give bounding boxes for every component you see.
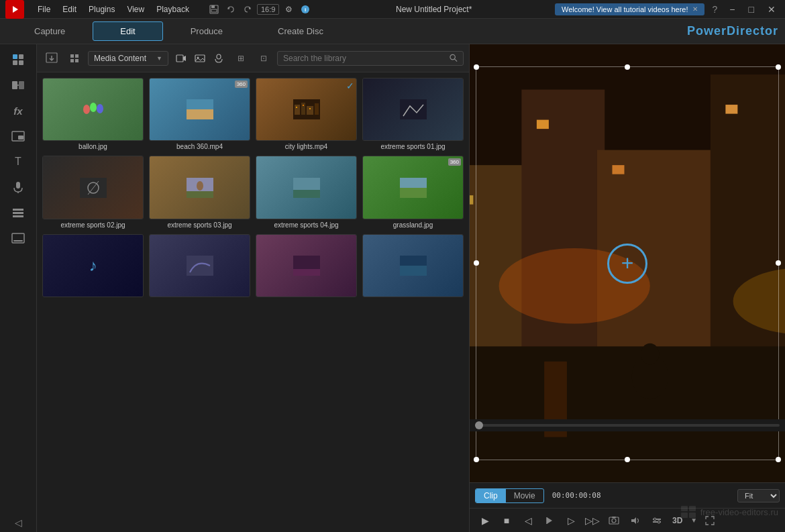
svg-marker-32 <box>183 56 186 61</box>
media-item[interactable]: ballon.jpg <box>42 78 144 150</box>
svg-rect-31 <box>176 55 183 62</box>
settings-icon[interactable]: ⚙ <box>281 2 296 17</box>
save-icon[interactable] <box>207 2 221 17</box>
step-back-button[interactable]: ◁ <box>519 512 537 529</box>
menu-playback[interactable]: Playback <box>151 3 195 15</box>
sidebar-subtitle-icon[interactable] <box>5 226 32 250</box>
sidebar-pip-icon[interactable] <box>5 124 32 148</box>
search-box <box>277 51 464 66</box>
media-thumbnail <box>42 156 144 219</box>
svg-rect-66 <box>400 266 427 276</box>
sidebar-title-icon[interactable]: T <box>5 150 32 174</box>
audio-settings-button[interactable] <box>648 512 666 529</box>
step-forward-button[interactable]: ▷ <box>562 512 580 529</box>
sidebar-transition-icon[interactable] <box>5 73 32 97</box>
media-item[interactable]: extreme sports 02.jpg <box>42 156 144 228</box>
sidebar-fx-icon[interactable]: fx <box>5 99 32 123</box>
thumb-inner <box>363 235 463 297</box>
notification-icon[interactable]: i <box>298 2 313 17</box>
mark-in-button[interactable] <box>541 512 558 529</box>
media-item[interactable]: ✓ city lights.mp4 <box>256 78 357 150</box>
close-button[interactable]: ✕ <box>764 4 780 15</box>
media-grid: ballon.jpg 360 beach 360.mp4 <box>42 78 464 299</box>
tab-produce[interactable]: Produce <box>163 21 250 41</box>
tab-edit[interactable]: Edit <box>93 21 162 41</box>
media-type-label: Media Content <box>94 54 146 63</box>
svg-rect-21 <box>13 212 23 214</box>
media-item[interactable]: ♪ <box>42 234 144 299</box>
svg-point-39 <box>90 103 97 112</box>
screenshot-button[interactable] <box>605 512 623 529</box>
handle-tm[interactable] <box>625 64 630 70</box>
filter-audio-button[interactable] <box>210 50 227 66</box>
play-button[interactable]: ▶ <box>476 512 494 529</box>
welcome-close-button[interactable]: ✕ <box>692 5 698 13</box>
filter-video-button[interactable] <box>172 50 190 66</box>
media-type-dropdown[interactable]: Media Content ▼ <box>88 51 168 66</box>
thumb-inner <box>256 156 356 218</box>
media-thumbnail <box>256 156 357 219</box>
resolution-selector[interactable]: 16:9 <box>257 4 279 15</box>
svg-rect-41 <box>187 99 213 109</box>
preview-scrubber[interactable] <box>475 421 483 429</box>
fast-forward-button[interactable]: ▷▷ <box>584 512 601 529</box>
media-thumbnail <box>362 234 464 297</box>
svg-rect-42 <box>187 109 213 119</box>
media-item[interactable] <box>149 234 250 299</box>
sidebar-media-icon[interactable] <box>5 48 32 72</box>
media-item[interactable]: extreme sports 01.jpg <box>362 78 464 150</box>
media-item-label: beach 360.mp4 <box>149 143 250 150</box>
handle-ml[interactable] <box>474 260 479 266</box>
help-button[interactable]: ? <box>710 4 721 15</box>
undo-icon[interactable] <box>223 2 238 17</box>
svg-point-105 <box>658 521 660 523</box>
menu-plugins[interactable]: Plugins <box>83 3 120 15</box>
handle-bm[interactable] <box>625 457 630 462</box>
add-to-timeline-button[interactable]: + <box>607 244 647 284</box>
media-item[interactable] <box>256 234 357 299</box>
svg-rect-17 <box>18 136 23 140</box>
handle-mr[interactable] <box>776 260 781 266</box>
media-item[interactable]: 360 grassland.jpg <box>362 156 464 228</box>
media-item[interactable]: extreme sports 04.jpg <box>256 156 357 228</box>
fullscreen-button[interactable] <box>701 512 719 529</box>
grid-view-button[interactable]: ⊞ <box>231 50 250 67</box>
movie-tab[interactable]: Movie <box>506 489 543 502</box>
sidebar-audio-icon[interactable] <box>5 175 32 199</box>
media-item[interactable] <box>362 234 464 299</box>
volume-button[interactable] <box>627 512 644 529</box>
sidebar-collapse-icon[interactable]: ◁ <box>11 513 26 532</box>
svg-rect-4 <box>211 9 217 12</box>
fit-dropdown[interactable]: Fit 100% 75% 50% <box>737 489 780 502</box>
maximize-button[interactable]: □ <box>745 4 758 15</box>
3d-button[interactable]: 3D <box>670 515 685 527</box>
minimize-button[interactable]: − <box>725 4 739 15</box>
time-display: 00:00:00:08 <box>552 491 601 500</box>
menu-file[interactable]: File <box>32 3 56 15</box>
thumb-inner <box>256 78 356 140</box>
3d-dropdown[interactable]: ▼ <box>690 517 697 524</box>
sidebar-chapter-icon[interactable] <box>5 201 32 225</box>
svg-rect-22 <box>13 215 23 217</box>
preview-progress-bar[interactable] <box>475 424 780 427</box>
menu-view[interactable]: View <box>121 3 150 15</box>
plugin-button[interactable] <box>65 50 84 67</box>
svg-point-40 <box>97 104 103 113</box>
media-item[interactable]: 360 beach 360.mp4 <box>149 78 250 150</box>
list-view-button[interactable]: ⊡ <box>254 50 273 67</box>
handle-tl[interactable] <box>474 64 479 70</box>
search-input[interactable] <box>283 54 446 63</box>
media-item[interactable]: extreme sports 03.jpg <box>149 156 250 228</box>
svg-rect-100 <box>612 517 616 518</box>
filter-image-button[interactable] <box>191 50 209 66</box>
search-icon <box>450 54 458 62</box>
handle-tr[interactable] <box>776 64 781 70</box>
stop-button[interactable]: ■ <box>498 512 515 529</box>
redo-icon[interactable] <box>240 2 255 17</box>
menu-edit[interactable]: Edit <box>57 3 82 15</box>
clip-tab[interactable]: Clip <box>476 489 506 502</box>
tab-create-disc[interactable]: Create Disc <box>250 21 351 41</box>
tab-capture[interactable]: Capture <box>7 21 93 41</box>
import-media-button[interactable] <box>42 50 61 67</box>
handle-br[interactable] <box>776 457 781 462</box>
